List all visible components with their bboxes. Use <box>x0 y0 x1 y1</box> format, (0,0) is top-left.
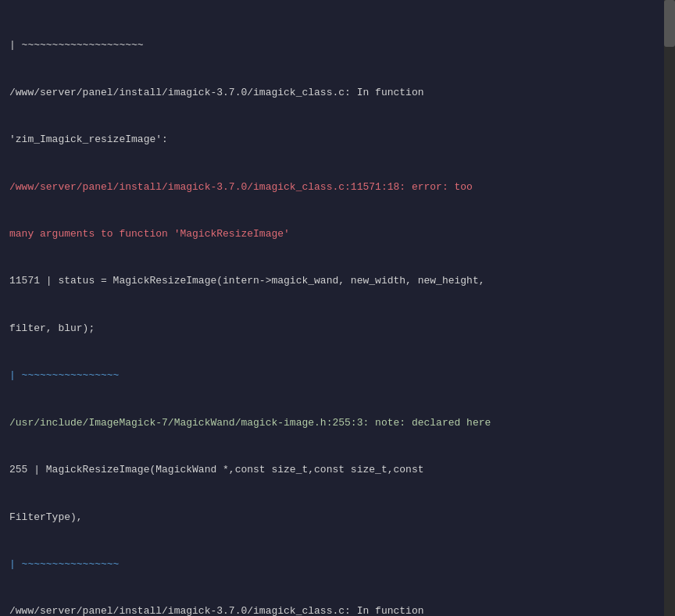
terminal-line: /www/server/panel/install/imagick-3.7.0/… <box>9 180 659 195</box>
terminal-line: | ~~~~~~~~~~~~~~~~ <box>9 557 659 572</box>
terminal-line: | ~~~~~~~~~~~~~~~~ <box>9 368 659 383</box>
terminal-line: /www/server/panel/install/imagick-3.7.0/… <box>9 604 659 616</box>
terminal-line: FilterType), <box>9 510 659 525</box>
scrollbar[interactable] <box>664 0 675 616</box>
terminal-line: many arguments to function 'MagickResize… <box>9 226 659 242</box>
terminal-line: | ~~~~~~~~~~~~~~~~~~~~ <box>9 37 659 53</box>
terminal-line: /www/server/panel/install/imagick-3.7.0/… <box>9 85 659 101</box>
terminal-output[interactable]: | ~~~~~~~~~~~~~~~~~~~~ /www/server/panel… <box>0 0 675 616</box>
scrollbar-thumb[interactable] <box>664 0 675 47</box>
terminal-window: | ~~~~~~~~~~~~~~~~~~~~ /www/server/panel… <box>0 0 675 616</box>
terminal-line: /usr/include/ImageMagick-7/MagickWand/ma… <box>9 415 659 431</box>
terminal-line: 11571 | status = MagickResizeImage(inter… <box>9 273 659 289</box>
terminal-line: 'zim_Imagick_resizeImage': <box>9 132 659 148</box>
terminal-line: filter, blur); <box>9 321 659 336</box>
terminal-line: 255 | MagickResizeImage(MagickWand *,con… <box>9 462 659 478</box>
